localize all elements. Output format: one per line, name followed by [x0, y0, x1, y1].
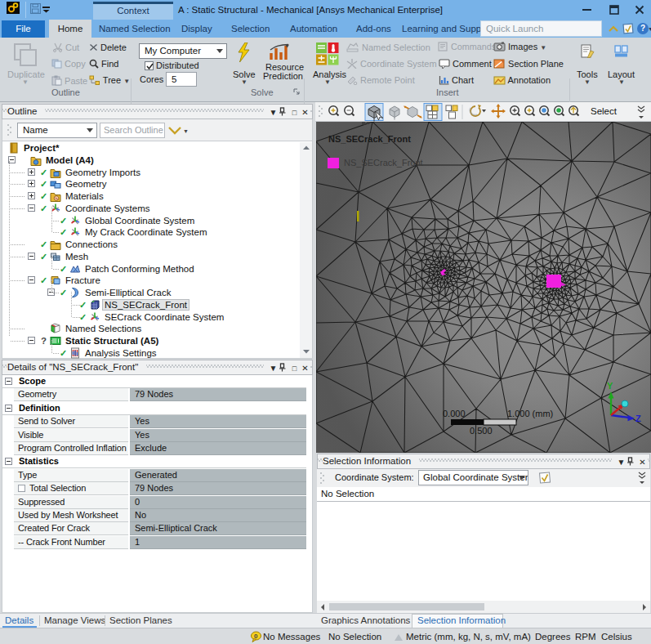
svg-text:0.500: 0.500: [470, 426, 493, 436]
svg-text:Y: Y: [607, 381, 613, 391]
svg-text:0: 0: [254, 633, 258, 640]
svg-text:Z: Z: [635, 414, 641, 423]
svg-text:NS_SECrack_Front: NS_SECrack_Front: [328, 134, 411, 144]
svg-text:NS_SECrack_Front: NS_SECrack_Front: [344, 158, 423, 168]
svg-text:1.000 (mm): 1.000 (mm): [507, 409, 553, 418]
svg-text:0.000: 0.000: [443, 409, 466, 418]
